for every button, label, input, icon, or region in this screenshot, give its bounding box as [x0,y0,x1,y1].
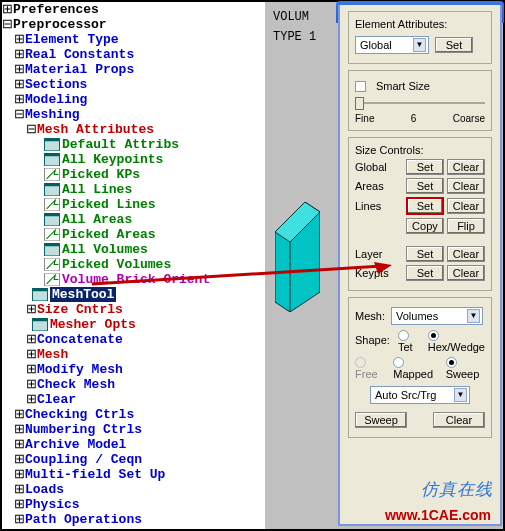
mesh-mapped-radio[interactable] [393,357,404,368]
size-lines-set-button[interactable]: Set [406,197,444,215]
svg-rect-12 [44,243,59,246]
tree-item-material-props[interactable]: ⊞Material Props [2,62,265,77]
size-layer-clear-button[interactable]: Clear [447,246,485,262]
pick-icon [44,258,60,271]
dialog-icon [44,183,60,196]
size-global-clear-button[interactable]: Clear [447,159,485,175]
tree-item-clear[interactable]: ⊞Clear [2,392,265,407]
tree-item-picked-areas[interactable]: Picked Areas [2,227,265,242]
tree-item-picked-lines[interactable]: Picked Lines [2,197,265,212]
tree-item-modeling[interactable]: ⊞Modeling [2,92,265,107]
watermark-text: 仿真在线 [421,478,493,501]
tree-item-real-constants[interactable]: ⊞Real Constants [2,47,265,62]
smart-size-label: Smart Size [376,80,430,92]
size-global-set-button[interactable]: Set [406,159,444,175]
tree-item-checking-ctrls[interactable]: ⊞Checking Ctrls [2,407,265,422]
tree-item-solution[interactable]: ⊞Solution [2,527,265,529]
smart-size-slider[interactable] [355,95,485,111]
pick-icon [44,198,60,211]
sweep-src-trg-select[interactable]: Auto Src/Trg▼ [370,386,470,404]
element-attributes-scope-select[interactable]: Global▼ [355,36,429,54]
svg-rect-1 [44,138,59,141]
tree-item-mesh[interactable]: ⊞Mesh [2,347,265,362]
watermark-url: www.1CAE.com [385,507,491,523]
size-layer-label: Layer [355,248,383,260]
svg-rect-6 [44,183,59,186]
tree-item-preferences[interactable]: ⊞Preferences [2,2,265,17]
tree-item-default-attribs[interactable]: Default Attribs [2,137,265,152]
svg-rect-16 [32,288,47,291]
pick-icon [44,273,60,286]
pick-icon [44,228,60,241]
chevron-down-icon: ▼ [454,388,467,402]
viewport-type-label: TYPE 1 [273,30,316,44]
tree-item-picked-kps[interactable]: Picked KPs [2,167,265,182]
tree-item-numbering-ctrls[interactable]: ⊞Numbering Ctrls [2,422,265,437]
element-attributes-set-button[interactable]: Set [435,37,473,53]
size-controls-label: Size Controls: [355,144,485,156]
slider-value: 6 [411,113,417,124]
meshtool-dialog: Element Attributes: Global▼ Set Smart Si… [338,5,502,526]
size-keypts-clear-button[interactable]: Clear [447,265,485,281]
nav-tree: ⊞Preferences ⊟Preprocessor ⊞Element Type… [2,2,265,529]
dialog-icon [44,243,60,256]
size-areas-label: Areas [355,180,384,192]
tree-item-multi-field-setup[interactable]: ⊞Multi-field Set Up [2,467,265,482]
size-lines-copy-button[interactable]: Copy [406,218,444,234]
tree-item-element-type[interactable]: ⊞Element Type [2,32,265,47]
tree-item-mesh-attributes[interactable]: ⊟Mesh Attributes [2,122,265,137]
tree-item-path-operations[interactable]: ⊞Path Operations [2,512,265,527]
mesh-free-radio [355,357,366,368]
viewport-plot-label: VOLUM [273,10,309,24]
tree-item-all-areas[interactable]: All Areas [2,212,265,227]
tree-item-picked-volumes[interactable]: Picked Volumes [2,257,265,272]
tree-item-meshing[interactable]: ⊟Meshing [2,107,265,122]
shape-tet-radio[interactable] [398,330,409,341]
tree-item-mesher-opts[interactable]: Mesher Opts [2,317,265,332]
tree-item-coupling-ceqn[interactable]: ⊞Coupling / Ceqn [2,452,265,467]
dialog-icon [44,213,60,226]
tree-item-size-cntrls[interactable]: ⊞Size Cntrls [2,302,265,317]
tree-item-all-volumes[interactable]: All Volumes [2,242,265,257]
mesh-clear-button[interactable]: Clear [433,412,485,428]
tree-item-archive-model[interactable]: ⊞Archive Model [2,437,265,452]
dialog-icon [44,138,60,151]
tree-item-preprocessor[interactable]: ⊟Preprocessor [2,17,265,32]
size-lines-flip-button[interactable]: Flip [447,218,485,234]
tree-item-modify-mesh[interactable]: ⊞Modify Mesh [2,362,265,377]
element-attributes-label: Element Attributes: [355,18,485,30]
chevron-down-icon: ▼ [467,309,480,323]
tree-item-all-keypoints[interactable]: All Keypoints [2,152,265,167]
size-layer-set-button[interactable]: Set [406,246,444,262]
mesh-sweep-radio[interactable] [446,357,457,368]
slider-fine-label: Fine [355,113,374,124]
size-lines-label: Lines [355,200,381,212]
size-areas-clear-button[interactable]: Clear [447,178,485,194]
svg-rect-9 [44,213,59,216]
sweep-button[interactable]: Sweep [355,412,407,428]
tree-item-concatenate[interactable]: ⊞Concatenate [2,332,265,347]
size-keypts-set-button[interactable]: Set [406,265,444,281]
slider-coarse-label: Coarse [453,113,485,124]
tree-item-check-mesh[interactable]: ⊞Check Mesh [2,377,265,392]
tree-item-all-lines[interactable]: All Lines [2,182,265,197]
tree-item-sections[interactable]: ⊞Sections [2,77,265,92]
size-lines-clear-button[interactable]: Clear [447,198,485,214]
chevron-down-icon: ▼ [413,38,426,52]
size-global-label: Global [355,161,387,173]
smart-size-checkbox[interactable] [355,81,366,92]
size-keypts-label: Keypts [355,267,389,279]
mesh-scope-select[interactable]: Volumes▼ [391,307,483,325]
tree-item-loads[interactable]: ⊞Loads [2,482,265,497]
shape-label: Shape: [355,334,390,346]
model-solid [275,202,320,312]
size-areas-set-button[interactable]: Set [406,178,444,194]
tree-item-volume-brick-orient[interactable]: Volume Brick Orient [2,272,265,287]
tree-item-meshtool[interactable]: MeshTool [2,287,265,302]
dialog-icon [32,318,48,331]
dialog-icon [44,153,60,166]
mesh-label: Mesh: [355,310,385,322]
tree-item-physics[interactable]: ⊞Physics [2,497,265,512]
svg-rect-3 [44,153,59,156]
shape-hex-radio[interactable] [428,330,439,341]
